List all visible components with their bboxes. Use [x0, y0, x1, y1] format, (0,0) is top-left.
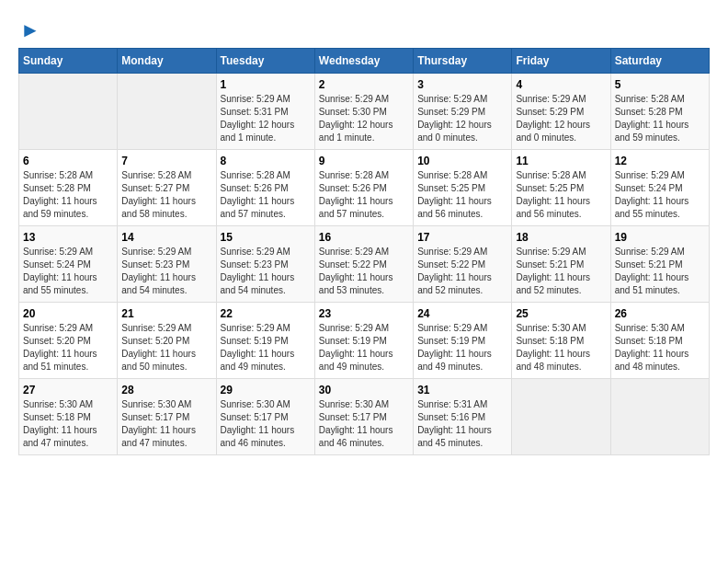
day-cell: 17Sunrise: 5:29 AMSunset: 5:22 PMDayligh… — [414, 226, 512, 303]
header: ► — [18, 18, 710, 39]
day-cell — [19, 74, 118, 150]
day-info: Sunrise: 5:28 AMSunset: 5:25 PMDaylight:… — [516, 169, 606, 221]
day-info: Sunrise: 5:29 AMSunset: 5:21 PMDaylight:… — [615, 246, 705, 297]
day-cell: 2Sunrise: 5:29 AMSunset: 5:30 PMDaylight… — [314, 74, 413, 150]
week-row-1: 1Sunrise: 5:29 AMSunset: 5:31 PMDaylight… — [19, 74, 710, 150]
header-friday: Friday — [512, 49, 610, 74]
logo: ► — [18, 18, 40, 39]
day-info: Sunrise: 5:29 AMSunset: 5:23 PMDaylight:… — [121, 246, 211, 297]
day-cell: 7Sunrise: 5:28 AMSunset: 5:27 PMDaylight… — [118, 150, 216, 226]
day-number: 22 — [221, 307, 311, 320]
day-info: Sunrise: 5:30 AMSunset: 5:17 PMDaylight:… — [121, 398, 211, 450]
day-number: 23 — [319, 307, 409, 320]
header-sunday: Sunday — [19, 49, 118, 74]
day-info: Sunrise: 5:29 AMSunset: 5:23 PMDaylight:… — [221, 246, 311, 297]
day-info: Sunrise: 5:30 AMSunset: 5:18 PMDaylight:… — [615, 322, 705, 373]
day-number: 26 — [615, 307, 705, 320]
day-number: 30 — [319, 384, 409, 396]
day-cell: 31Sunrise: 5:31 AMSunset: 5:16 PMDayligh… — [414, 379, 512, 455]
day-info: Sunrise: 5:29 AMSunset: 5:31 PMDaylight:… — [221, 93, 311, 144]
day-info: Sunrise: 5:29 AMSunset: 5:21 PMDaylight:… — [516, 246, 606, 297]
calendar-table: SundayMondayTuesdayWednesdayThursdayFrid… — [18, 48, 710, 455]
day-number: 6 — [23, 155, 113, 167]
day-cell: 29Sunrise: 5:30 AMSunset: 5:17 PMDayligh… — [216, 379, 314, 455]
day-number: 31 — [417, 384, 507, 396]
day-number: 2 — [319, 78, 409, 91]
header-monday: Monday — [118, 49, 216, 74]
day-cell: 20Sunrise: 5:29 AMSunset: 5:20 PMDayligh… — [19, 303, 118, 379]
day-cell: 6Sunrise: 5:28 AMSunset: 5:28 PMDaylight… — [19, 150, 118, 226]
header-wednesday: Wednesday — [314, 49, 413, 74]
day-number: 5 — [615, 78, 705, 91]
day-cell: 22Sunrise: 5:29 AMSunset: 5:19 PMDayligh… — [216, 303, 314, 379]
day-cell: 27Sunrise: 5:30 AMSunset: 5:18 PMDayligh… — [19, 379, 118, 455]
day-cell: 9Sunrise: 5:28 AMSunset: 5:26 PMDaylight… — [314, 150, 413, 226]
day-cell — [512, 379, 610, 455]
day-info: Sunrise: 5:30 AMSunset: 5:18 PMDaylight:… — [23, 398, 113, 450]
day-info: Sunrise: 5:29 AMSunset: 5:29 PMDaylight:… — [417, 93, 507, 144]
day-cell: 16Sunrise: 5:29 AMSunset: 5:22 PMDayligh… — [314, 226, 413, 303]
day-info: Sunrise: 5:29 AMSunset: 5:20 PMDaylight:… — [23, 322, 113, 373]
day-number: 21 — [121, 307, 211, 320]
day-cell: 1Sunrise: 5:29 AMSunset: 5:31 PMDaylight… — [216, 74, 314, 150]
header-tuesday: Tuesday — [216, 49, 314, 74]
day-cell: 5Sunrise: 5:28 AMSunset: 5:28 PMDaylight… — [610, 74, 709, 150]
day-info: Sunrise: 5:31 AMSunset: 5:16 PMDaylight:… — [417, 398, 507, 450]
day-number: 25 — [516, 307, 606, 320]
day-info: Sunrise: 5:29 AMSunset: 5:19 PMDaylight:… — [417, 322, 507, 373]
day-info: Sunrise: 5:29 AMSunset: 5:20 PMDaylight:… — [121, 322, 211, 373]
calendar-header-row: SundayMondayTuesdayWednesdayThursdayFrid… — [19, 49, 710, 74]
day-info: Sunrise: 5:29 AMSunset: 5:29 PMDaylight:… — [516, 93, 606, 144]
day-info: Sunrise: 5:29 AMSunset: 5:19 PMDaylight:… — [221, 322, 311, 373]
day-info: Sunrise: 5:30 AMSunset: 5:18 PMDaylight:… — [516, 322, 606, 373]
day-number: 15 — [221, 231, 311, 244]
day-info: Sunrise: 5:28 AMSunset: 5:28 PMDaylight:… — [615, 93, 705, 144]
day-cell: 15Sunrise: 5:29 AMSunset: 5:23 PMDayligh… — [216, 226, 314, 303]
day-info: Sunrise: 5:29 AMSunset: 5:22 PMDaylight:… — [417, 246, 507, 297]
day-cell: 10Sunrise: 5:28 AMSunset: 5:25 PMDayligh… — [414, 150, 512, 226]
day-number: 18 — [516, 231, 606, 244]
day-info: Sunrise: 5:29 AMSunset: 5:19 PMDaylight:… — [319, 322, 409, 373]
day-cell: 28Sunrise: 5:30 AMSunset: 5:17 PMDayligh… — [118, 379, 216, 455]
day-cell: 24Sunrise: 5:29 AMSunset: 5:19 PMDayligh… — [414, 303, 512, 379]
day-number: 13 — [23, 231, 113, 244]
week-row-3: 13Sunrise: 5:29 AMSunset: 5:24 PMDayligh… — [19, 226, 710, 303]
day-info: Sunrise: 5:29 AMSunset: 5:22 PMDaylight:… — [319, 246, 409, 297]
day-number: 10 — [417, 155, 507, 167]
day-cell: 18Sunrise: 5:29 AMSunset: 5:21 PMDayligh… — [512, 226, 610, 303]
logo-icon: ► — [20, 18, 40, 42]
day-number: 3 — [417, 78, 507, 91]
day-info: Sunrise: 5:28 AMSunset: 5:27 PMDaylight:… — [121, 169, 211, 221]
day-number: 20 — [23, 307, 113, 320]
day-cell: 19Sunrise: 5:29 AMSunset: 5:21 PMDayligh… — [610, 226, 709, 303]
day-cell: 11Sunrise: 5:28 AMSunset: 5:25 PMDayligh… — [512, 150, 610, 226]
day-cell: 26Sunrise: 5:30 AMSunset: 5:18 PMDayligh… — [610, 303, 709, 379]
week-row-5: 27Sunrise: 5:30 AMSunset: 5:18 PMDayligh… — [19, 379, 710, 455]
day-number: 1 — [221, 78, 311, 91]
day-cell: 25Sunrise: 5:30 AMSunset: 5:18 PMDayligh… — [512, 303, 610, 379]
day-info: Sunrise: 5:28 AMSunset: 5:25 PMDaylight:… — [417, 169, 507, 221]
day-info: Sunrise: 5:29 AMSunset: 5:24 PMDaylight:… — [615, 169, 705, 221]
day-cell — [118, 74, 216, 150]
day-cell: 4Sunrise: 5:29 AMSunset: 5:29 PMDaylight… — [512, 74, 610, 150]
day-cell: 23Sunrise: 5:29 AMSunset: 5:19 PMDayligh… — [314, 303, 413, 379]
day-cell: 12Sunrise: 5:29 AMSunset: 5:24 PMDayligh… — [610, 150, 709, 226]
day-cell: 21Sunrise: 5:29 AMSunset: 5:20 PMDayligh… — [118, 303, 216, 379]
day-cell: 13Sunrise: 5:29 AMSunset: 5:24 PMDayligh… — [19, 226, 118, 303]
day-number: 11 — [516, 155, 606, 167]
day-info: Sunrise: 5:28 AMSunset: 5:26 PMDaylight:… — [221, 169, 311, 221]
day-number: 24 — [417, 307, 507, 320]
day-number: 9 — [319, 155, 409, 167]
day-number: 14 — [121, 231, 211, 244]
day-number: 8 — [221, 155, 311, 167]
day-cell: 30Sunrise: 5:30 AMSunset: 5:17 PMDayligh… — [314, 379, 413, 455]
header-saturday: Saturday — [610, 49, 709, 74]
day-cell: 14Sunrise: 5:29 AMSunset: 5:23 PMDayligh… — [118, 226, 216, 303]
header-thursday: Thursday — [414, 49, 512, 74]
day-info: Sunrise: 5:29 AMSunset: 5:30 PMDaylight:… — [319, 93, 409, 144]
day-info: Sunrise: 5:30 AMSunset: 5:17 PMDaylight:… — [319, 398, 409, 450]
day-number: 16 — [319, 231, 409, 244]
day-cell — [610, 379, 709, 455]
day-number: 12 — [615, 155, 705, 167]
day-info: Sunrise: 5:28 AMSunset: 5:28 PMDaylight:… — [23, 169, 113, 221]
